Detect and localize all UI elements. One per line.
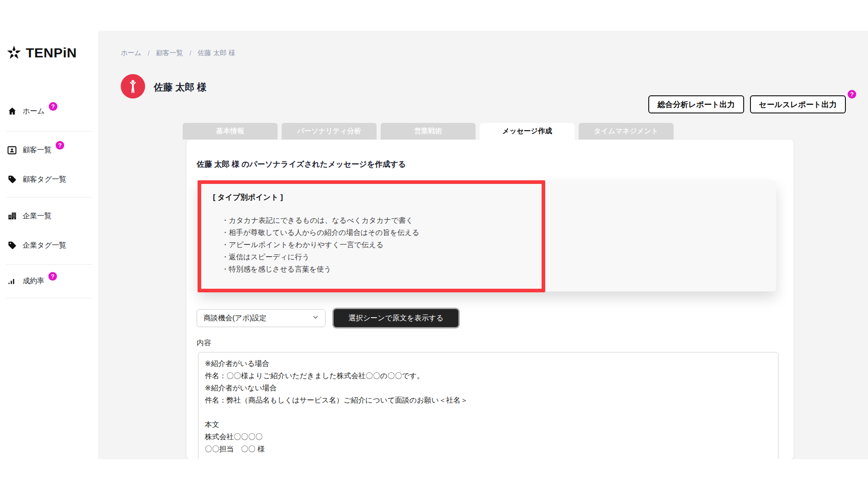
tenpin-star-icon bbox=[6, 45, 22, 61]
sidebar-item-company-tags[interactable]: 企業タグ一覧 bbox=[7, 239, 91, 252]
sidebar-item-label: 企業一覧 bbox=[23, 211, 52, 221]
type-point: ・カタカナ表記にできるものは、なるべくカタカナで書く bbox=[222, 214, 420, 226]
help-badge-icon[interactable]: ? bbox=[48, 272, 57, 281]
type-point: ・返信はスピーディに行う bbox=[222, 251, 420, 263]
home-icon bbox=[7, 107, 17, 116]
sidebar-item-label: 成約率 bbox=[23, 277, 44, 286]
sidebar: TENPiN ホーム ? 顧客一覧 ? bbox=[0, 0, 98, 459]
type-points-title: [ タイプ別ポイント ] bbox=[213, 192, 283, 202]
main-content: ホーム / 顧客一覧 / 佐藤 太郎 様 佐藤 太郎 様 総合分析レポート出力 … bbox=[98, 31, 868, 459]
breadcrumb: ホーム / 顧客一覧 / 佐藤 太郎 様 bbox=[121, 49, 235, 57]
tab-basic-info[interactable]: 基本情報 bbox=[183, 123, 278, 140]
analysis-report-button[interactable]: 総合分析レポート出力 bbox=[648, 95, 744, 113]
brand-name: TENPiN bbox=[26, 45, 77, 61]
message-creation-panel: 佐藤 太郎 様 のパーソナライズされたメッセージを作成する [ タイプ別ポイント… bbox=[187, 140, 793, 459]
chevron-down-icon bbox=[312, 314, 319, 322]
tab-bar: 基本情報 パーソナリティ分析 営業戦術 メッセージ作成 タイムマネジメント bbox=[183, 123, 674, 140]
breadcrumb-customers[interactable]: 顧客一覧 bbox=[156, 49, 183, 57]
sidebar-divider bbox=[6, 264, 92, 265]
tab-message-creation[interactable]: メッセージ作成 bbox=[480, 123, 575, 140]
app-window: TENPiN ホーム ? 顧客一覧 ? bbox=[0, 0, 868, 488]
sidebar-divider bbox=[6, 197, 92, 197]
tag-icon bbox=[7, 241, 17, 250]
scene-select-value: 商談機会(アポ)設定 bbox=[203, 314, 266, 323]
help-badge-icon[interactable]: ? bbox=[848, 90, 856, 99]
sidebar-item-close-rate[interactable]: 成約率 ? bbox=[7, 275, 91, 287]
type-point: ・アピールポイントをわかりやすく一言で伝える bbox=[222, 239, 420, 251]
page-title: 佐藤 太郎 様 bbox=[154, 81, 207, 94]
tab-sales-tactics[interactable]: 営業戦術 bbox=[381, 123, 476, 140]
type-point: ・特別感を感じさせる言葉を使う bbox=[222, 263, 420, 275]
sidebar-nav: ホーム ? 顧客一覧 ? bbox=[0, 93, 98, 298]
report-buttons: 総合分析レポート出力 セールスレポート出力 bbox=[648, 95, 846, 113]
sales-report-button[interactable]: セールスレポート出力 bbox=[750, 95, 846, 113]
breadcrumb-current: 佐藤 太郎 様 bbox=[198, 49, 235, 57]
sidebar-item-label: 企業タグ一覧 bbox=[23, 241, 66, 250]
sidebar-divider bbox=[6, 298, 92, 298]
sidebar-item-home[interactable]: ホーム ? bbox=[7, 105, 91, 117]
sidebar-item-companies[interactable]: 企業一覧 bbox=[7, 210, 91, 222]
scene-select[interactable]: 商談機会(アポ)設定 bbox=[197, 309, 326, 327]
section-heading: 佐藤 太郎 様 のパーソナライズされたメッセージを作成する bbox=[197, 159, 406, 169]
type-point: ・相手が尊敬している人からの紹介の場合はその旨を伝える bbox=[222, 226, 420, 239]
sidebar-item-label: ホーム bbox=[23, 107, 45, 116]
avatar bbox=[121, 74, 145, 99]
person-icon bbox=[125, 79, 141, 94]
bar-chart-icon bbox=[7, 277, 17, 286]
tag-icon bbox=[7, 175, 17, 184]
type-points-list: ・カタカナ表記にできるものは、なるべくカタカナで書く ・相手が尊敬している人から… bbox=[222, 214, 420, 275]
show-original-button[interactable]: 選択シーンで原文を表示する bbox=[334, 309, 458, 327]
type-points-panel: [ タイプ別ポイント ] ・カタカナ表記にできるものは、なるべくカタカナで書く … bbox=[198, 181, 776, 291]
help-badge-icon[interactable]: ? bbox=[49, 102, 57, 111]
sidebar-divider bbox=[6, 131, 92, 131]
breadcrumb-home[interactable]: ホーム bbox=[121, 49, 142, 57]
content-label: 内容 bbox=[197, 338, 211, 348]
breadcrumb-separator: / bbox=[148, 49, 150, 57]
customer-card-icon bbox=[7, 145, 17, 155]
breadcrumb-separator: / bbox=[189, 49, 191, 57]
brand-logo[interactable]: TENPiN bbox=[6, 45, 77, 61]
building-icon bbox=[7, 211, 17, 221]
sidebar-item-customers[interactable]: 顧客一覧 ? bbox=[7, 144, 91, 156]
sidebar-item-customer-tags[interactable]: 顧客タグ一覧 bbox=[7, 173, 91, 186]
message-content-textarea[interactable]: ※紹介者がいる場合 件名：〇〇様よりご紹介いただきました株式会社〇〇の〇〇です。… bbox=[198, 352, 778, 459]
tab-time-management[interactable]: タイムマネジメント bbox=[579, 123, 674, 140]
sidebar-item-label: 顧客一覧 bbox=[23, 145, 52, 155]
tab-personality-analysis[interactable]: パーソナリティ分析 bbox=[282, 123, 377, 140]
help-badge-icon[interactable]: ? bbox=[56, 141, 64, 150]
sidebar-item-label: 顧客タグ一覧 bbox=[23, 175, 66, 184]
